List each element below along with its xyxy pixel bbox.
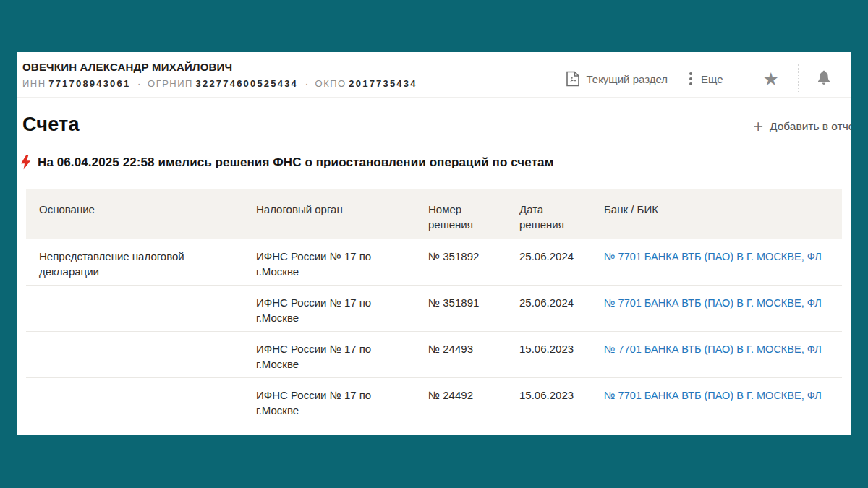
card-header: ОВЕЧКИН АЛЕКСАНДР МИХАЙЛОВИЧ ИНН 7717089… [17, 52, 851, 98]
favorite-star-button[interactable]: ★ [744, 71, 798, 87]
column-header-basis: Основание [26, 189, 243, 239]
content-card: ОВЕЧКИН АЛЕКСАНДР МИХАЙЛОВИЧ ИНН 7717089… [17, 52, 851, 435]
current-section-label: Текущий раздел [586, 73, 668, 85]
warning-banner: На 06.04.2025 22:58 имелись решения ФНС … [20, 155, 553, 170]
date-cell: 15.06.2023 [506, 332, 591, 377]
more-label: Еще [701, 73, 723, 85]
basis-cell: Непредставление налоговой декларации [26, 239, 243, 285]
number-cell: № 351891 [415, 286, 506, 331]
basis-cell [26, 378, 243, 424]
column-header-date: Дата решения [506, 189, 591, 239]
more-button[interactable]: Еще [668, 69, 723, 88]
separator-dot: · [305, 78, 308, 89]
header-actions: Текущий раздел Еще ★ [566, 64, 841, 93]
bank-cell: № 7701 БАНКА ВТБ (ПАО) В Г. МОСКВЕ, ФЛ [591, 378, 842, 424]
current-section-button[interactable]: Текущий раздел [566, 71, 668, 87]
okpo-value: 2017735434 [349, 78, 417, 89]
add-to-report-button[interactable]: + Добавить в отчет [754, 119, 851, 134]
table-row: ИФНС России № 17 по г.Москве № 351891 25… [26, 286, 842, 332]
bank-link[interactable]: № 7701 БАНКА ВТБ (ПАО) В Г. МОСКВЕ, ФЛ [604, 390, 822, 401]
notifications-bell-button[interactable] [799, 70, 841, 87]
number-cell: № 24492 [415, 378, 506, 424]
bank-cell: № 7701 БАНКА ВТБ (ПАО) В Г. МОСКВЕ, ФЛ [591, 286, 842, 331]
column-header-authority: Налоговый орган [243, 189, 415, 239]
company-block: ОВЕЧКИН АЛЕКСАНДР МИХАЙЛОВИЧ ИНН 7717089… [22, 61, 417, 89]
basis-cell [26, 286, 243, 331]
date-cell: 15.06.2023 [506, 378, 591, 424]
number-cell: № 24493 [415, 332, 506, 377]
plus-icon: + [754, 119, 763, 134]
decisions-table: Основание Налоговый орган Номер решения … [26, 189, 842, 424]
separator-dot: · [137, 78, 140, 89]
company-name: ОВЕЧКИН АЛЕКСАНДР МИХАЙЛОВИЧ [22, 61, 417, 73]
table-body: Непредставление налоговой декларации ИФН… [26, 239, 842, 424]
bell-icon [817, 70, 830, 85]
date-cell: 25.06.2024 [506, 286, 591, 331]
date-cell: 25.06.2024 [506, 239, 591, 285]
company-ids: ИНН 771708943061 · ОГРНИП 32277460052543… [22, 78, 417, 89]
bank-link[interactable]: № 7701 БАНКА ВТБ (ПАО) В Г. МОСКВЕ, ФЛ [604, 343, 822, 355]
bank-cell: № 7701 БАНКА ВТБ (ПАО) В Г. МОСКВЕ, ФЛ [591, 332, 842, 377]
authority-cell: ИФНС России № 17 по г.Москве [243, 286, 415, 331]
basis-cell [26, 332, 243, 377]
kebab-icon [686, 69, 695, 88]
number-cell: № 351892 [415, 239, 506, 285]
table-row: Непредставление налоговой декларации ИФН… [26, 239, 842, 286]
add-to-report-label: Добавить в отчет [770, 120, 851, 133]
ogrnip-label: ОГРНИП [148, 78, 193, 89]
table-row: ИФНС России № 17 по г.Москве № 24492 15.… [26, 378, 842, 424]
column-header-bank: Банк / БИК [591, 189, 842, 239]
inn-value: 771708943061 [48, 78, 130, 89]
page-title: Счета [22, 114, 80, 136]
okpo-label: ОКПО [315, 78, 346, 89]
warning-text: На 06.04.2025 22:58 имелись решения ФНС … [38, 155, 553, 170]
inn-label: ИНН [22, 78, 46, 89]
lightning-icon [20, 155, 31, 170]
table-row: ИФНС России № 17 по г.Москве № 24493 15.… [26, 332, 842, 378]
pdf-icon [566, 71, 580, 87]
authority-cell: ИФНС России № 17 по г.Москве [243, 239, 415, 285]
table-header-row: Основание Налоговый орган Номер решения … [26, 189, 842, 239]
column-header-number: Номер решения [415, 189, 506, 239]
authority-cell: ИФНС России № 17 по г.Москве [243, 332, 415, 377]
bank-link[interactable]: № 7701 БАНКА ВТБ (ПАО) В Г. МОСКВЕ, ФЛ [604, 297, 822, 309]
authority-cell: ИФНС России № 17 по г.Москве [243, 378, 415, 424]
bank-link[interactable]: № 7701 БАНКА ВТБ (ПАО) В Г. МОСКВЕ, ФЛ [604, 251, 822, 262]
ogrnip-value: 322774600525434 [196, 78, 298, 89]
bank-cell: № 7701 БАНКА ВТБ (ПАО) В Г. МОСКВЕ, ФЛ [591, 239, 842, 285]
